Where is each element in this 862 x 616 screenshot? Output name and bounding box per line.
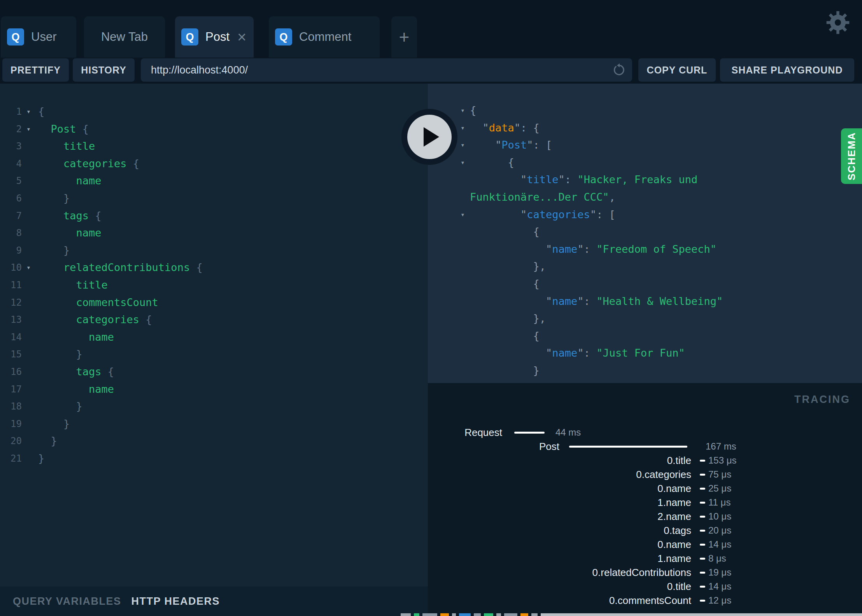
- schema-tab-label: SCHEMA: [846, 132, 858, 180]
- fold-arrow-icon[interactable]: ▾: [461, 102, 470, 119]
- tab-label: Comment: [299, 30, 351, 44]
- endpoint-url-input[interactable]: [141, 58, 632, 82]
- json-text: },: [470, 258, 546, 275]
- add-tab-button[interactable]: +: [391, 16, 417, 58]
- tab-user[interactable]: Q User: [1, 16, 76, 58]
- tracing-duration-bar: [700, 586, 705, 588]
- fold-arrow-icon[interactable]: ▾: [22, 259, 38, 276]
- json-text: "name": "Freedom of Speech": [470, 241, 717, 258]
- fold-arrow-icon[interactable]: ▾: [461, 136, 470, 154]
- editor-line[interactable]: 16 tags {: [0, 363, 428, 381]
- tracing-rows: Request44 msPost167 ms0.title153 μs0.cat…: [428, 425, 862, 607]
- endpoint-url-field: [141, 58, 632, 82]
- response-line: Funktionäre...Der CCC",: [428, 189, 862, 206]
- tab-post[interactable]: Q Post ×: [175, 16, 254, 58]
- code-text: relatedContributions {: [38, 259, 203, 276]
- tracing-row: 2.name10 μs: [428, 509, 862, 523]
- tracing-toggle[interactable]: TRACING: [794, 394, 850, 406]
- fold-arrow-icon: [461, 189, 470, 206]
- tracing-field-label: 0.title: [428, 455, 691, 467]
- http-headers-tab[interactable]: HTTP HEADERS: [131, 595, 220, 607]
- editor-line[interactable]: 19 }: [0, 415, 428, 433]
- bottom-partial-row: [401, 613, 541, 616]
- fold-arrow-icon[interactable]: ▾: [461, 154, 470, 172]
- fold-arrow-icon[interactable]: ▾: [461, 206, 470, 224]
- fold-arrow-icon[interactable]: ▾: [22, 103, 38, 121]
- editor-line[interactable]: 11 title: [0, 276, 428, 294]
- tab-label: New Tab: [101, 30, 148, 44]
- editor-line[interactable]: 20 }: [0, 432, 428, 450]
- reload-endpoint-icon[interactable]: [612, 63, 627, 77]
- editor-line[interactable]: 5 name: [0, 172, 428, 190]
- tracing-field-label: 0.commentsCount: [428, 595, 691, 607]
- line-number: 5: [0, 172, 22, 190]
- fold-arrow-icon: [461, 310, 470, 327]
- json-text: ]: [470, 380, 527, 383]
- fold-arrow-icon: [461, 258, 470, 275]
- tab-comment[interactable]: Q Comment: [269, 16, 380, 58]
- query-variables-tab[interactable]: QUERY VARIABLES: [13, 595, 121, 607]
- share-playground-button[interactable]: SHARE PLAYGROUND: [720, 58, 854, 82]
- execute-query-button[interactable]: [401, 109, 457, 165]
- fold-arrow-icon: [461, 275, 470, 293]
- line-number: 8: [0, 224, 22, 242]
- editor-line[interactable]: 13 categories {: [0, 311, 428, 329]
- fold-arrow-icon: [461, 293, 470, 310]
- variables-bar: QUERY VARIABLES HTTP HEADERS: [0, 586, 428, 616]
- fold-arrow-icon: [461, 241, 470, 258]
- fold-arrow-icon[interactable]: ▾: [461, 119, 470, 137]
- line-number: 9: [0, 242, 22, 259]
- response-line: ]: [428, 380, 862, 383]
- editor-line[interactable]: 18 }: [0, 398, 428, 415]
- fold-arrow-icon: [461, 223, 470, 241]
- editor-line[interactable]: 12 commentsCount: [0, 294, 428, 312]
- prettify-button[interactable]: PRETTIFY: [2, 58, 69, 82]
- line-number: 12: [0, 294, 22, 312]
- editor-line[interactable]: 17 name: [0, 381, 428, 398]
- line-number: 19: [0, 415, 22, 433]
- editor-line[interactable]: 8 name: [0, 224, 428, 242]
- editor-line[interactable]: 7 tags {: [0, 207, 428, 225]
- scrollbar-strip[interactable]: [541, 613, 862, 616]
- json-text: "categories": [: [470, 206, 615, 224]
- tracing-duration-bar: [700, 530, 705, 532]
- copy-curl-button[interactable]: COPY CURL: [638, 58, 716, 82]
- tracing-field-label: Request: [428, 427, 502, 439]
- tracing-duration-bar: [700, 572, 705, 574]
- tracing-field-label: 1.name: [428, 497, 691, 509]
- code-text: tags {: [38, 363, 114, 381]
- fold-arrow-icon: [22, 329, 38, 346]
- settings-gear-icon[interactable]: [825, 10, 850, 35]
- editor-line[interactable]: 4 categories {: [0, 155, 428, 173]
- editor-line[interactable]: 1▾{: [0, 103, 428, 121]
- schema-side-tab[interactable]: SCHEMA: [841, 128, 862, 184]
- code-text: {: [38, 103, 44, 121]
- query-editor-pane[interactable]: 1▾{2▾ Post {3 title4 categories {5 name6…: [0, 84, 428, 586]
- editor-line[interactable]: 14 name: [0, 329, 428, 346]
- response-line: ▾{: [428, 102, 862, 119]
- line-number: 14: [0, 329, 22, 346]
- editor-line[interactable]: 6 }: [0, 190, 428, 207]
- response-line: "name": "Freedom of Speech": [428, 241, 862, 258]
- history-button[interactable]: HISTORY: [73, 58, 135, 82]
- editor-line[interactable]: 21}: [0, 450, 428, 467]
- editor-line[interactable]: 9 }: [0, 242, 428, 259]
- fold-arrow-icon: [22, 311, 38, 329]
- fold-arrow-icon: [22, 294, 38, 312]
- tab-new-tab[interactable]: New Tab: [84, 16, 165, 58]
- editor-line[interactable]: 2▾ Post {: [0, 121, 428, 138]
- fold-arrow-icon: [22, 138, 38, 155]
- editor-line[interactable]: 10▾ relatedContributions {: [0, 259, 428, 276]
- editor-line[interactable]: 15 }: [0, 346, 428, 363]
- line-number: 2: [0, 121, 22, 138]
- json-text: "data": {: [470, 119, 540, 137]
- fold-arrow-icon[interactable]: ▾: [22, 121, 38, 138]
- line-number: 10: [0, 259, 22, 276]
- close-tab-icon[interactable]: ×: [237, 29, 246, 45]
- editor-line[interactable]: 3 title: [0, 138, 428, 155]
- code-text: }: [38, 415, 70, 433]
- tracing-duration-value: 20 μs: [708, 525, 731, 536]
- code-text: title: [38, 138, 95, 155]
- tracing-row: 1.name11 μs: [428, 495, 862, 509]
- code-text: }: [38, 242, 70, 259]
